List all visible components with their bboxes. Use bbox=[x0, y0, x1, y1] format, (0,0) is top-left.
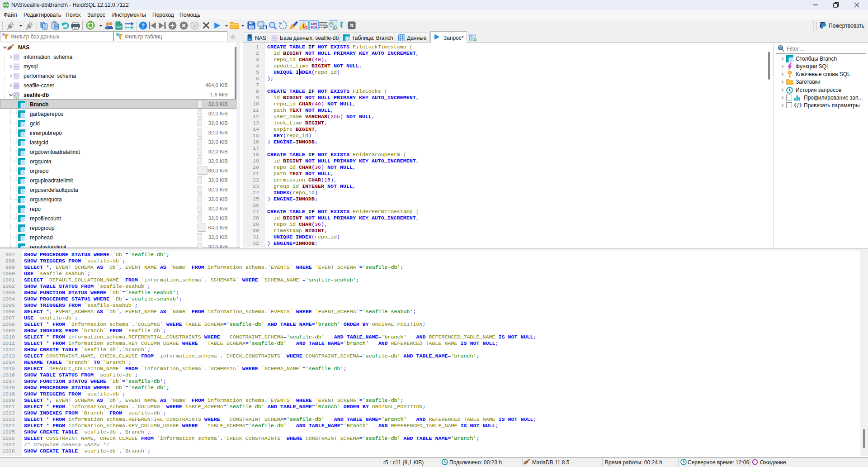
svg-text:010: 010 bbox=[311, 25, 317, 29]
svg-text:HS: HS bbox=[4, 4, 8, 7]
svg-text:CSV: CSV bbox=[116, 25, 122, 28]
svg-text:?: ? bbox=[142, 23, 145, 29]
